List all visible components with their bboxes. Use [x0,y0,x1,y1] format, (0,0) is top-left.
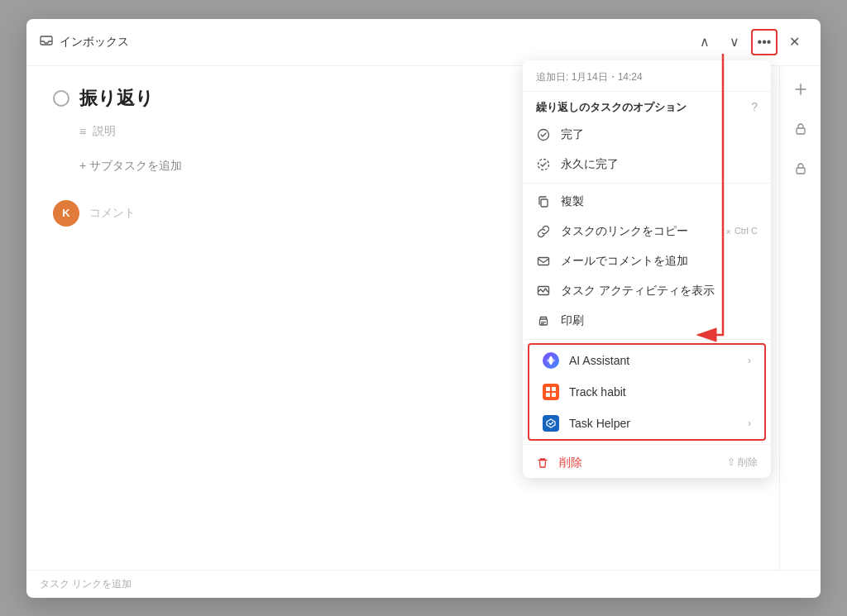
ai-assistant-icon [543,352,559,369]
task-helper-chevron-icon: › [748,418,751,429]
menu-item-ai-assistant[interactable]: AI Assistant › [529,345,764,376]
delete-left: 削除 [536,456,582,470]
modal-header: インボックス ∧ ∨ ••• ✕ [26,19,821,66]
task-title: 振り返り [79,86,154,111]
activity-icon [536,284,551,298]
menu-item-delete[interactable]: 削除 ⇧ 削除 [523,448,771,478]
track-habit-label: Track habit [569,385,751,399]
modal-header-left: インボックス [40,34,129,50]
ai-assistant-label: AI Assistant [569,354,738,367]
copy-link-shortcut: ⌅ Ctrl C [725,226,758,236]
avatar: K [53,200,79,227]
divider-3 [523,444,771,445]
print-icon [536,313,551,328]
svg-rect-9 [541,322,546,322]
down-button[interactable]: ∨ [721,29,748,55]
ai-chevron-icon: › [748,355,751,366]
svg-rect-10 [541,323,544,324]
menu-item-complete[interactable]: 完了 [523,120,771,150]
complete-label: 完了 [561,127,758,142]
svg-rect-1 [797,128,805,134]
svg-point-4 [538,159,549,170]
check-circle-dashed-icon [536,157,551,172]
svg-rect-14 [552,393,556,397]
help-icon[interactable]: ? [751,100,758,113]
copy-icon [536,194,551,209]
copy-link-label: タスクのリンクをコピー [561,224,715,239]
svg-rect-5 [541,199,548,207]
delete-shortcut: ⇧ 削除 [727,456,758,470]
highlighted-section: AI Assistant › Track habit [528,343,766,441]
complete-forever-label: 永久に完了 [561,157,758,172]
modal-footer: タスク リンクを追加 [26,570,821,598]
more-button[interactable]: ••• [751,29,778,55]
context-menu: 追加日: 1月14日・14:24 繰り返しのタスクのオプション ? 完了 [523,60,771,478]
link-icon [536,224,551,239]
modal-overlay: インボックス ∧ ∨ ••• ✕ 振り返り ≡ 説明 [0,0,847,616]
delete-label: 削除 [559,456,582,470]
description-icon: ≡ [79,125,86,138]
divider-1 [523,183,771,184]
description-text[interactable]: 説明 [93,124,116,139]
duplicate-label: 複製 [561,194,758,209]
up-button[interactable]: ∧ [691,29,718,55]
menu-item-track-habit[interactable]: Track habit [529,376,764,408]
menu-item-complete-forever[interactable]: 永久に完了 [523,150,771,179]
task-helper-label: Task Helper [569,417,738,430]
svg-rect-13 [546,393,550,397]
modal-title: インボックス [60,35,129,50]
menu-item-email-comment[interactable]: メールでコメントを追加 [523,246,771,276]
menu-item-show-activity[interactable]: タスク アクティビティを表示 [523,276,771,306]
menu-item-duplicate[interactable]: 複製 [523,187,771,217]
email-comment-label: メールでコメントを追加 [561,254,758,269]
show-activity-label: タスク アクティビティを表示 [561,284,758,298]
sidebar-lock-button[interactable] [787,116,814,142]
add-subtask-label: + サブタスクを追加 [79,159,182,174]
check-circle-icon [536,127,551,142]
mail-icon [536,254,551,269]
dropdown-date: 追加日: 1月14日・14:24 [523,60,771,92]
close-button[interactable]: ✕ [781,29,807,55]
svg-rect-2 [797,168,805,174]
inbox-icon [40,34,53,50]
svg-rect-11 [546,387,550,391]
dropdown-section-title: 繰り返しのタスクのオプション ? [523,92,771,120]
sidebar-add-button[interactable] [787,76,814,103]
modal: インボックス ∧ ∨ ••• ✕ 振り返り ≡ 説明 [26,19,821,598]
divider-2 [523,339,771,340]
task-helper-icon [543,415,559,432]
print-label: 印刷 [561,313,758,328]
menu-item-print[interactable]: 印刷 [523,306,771,336]
sidebar-right [779,66,821,570]
sidebar-lock2-button[interactable] [787,155,814,182]
svg-rect-12 [552,387,556,391]
comment-input[interactable]: コメント [89,206,136,221]
menu-item-task-helper[interactable]: Task Helper › [529,408,764,439]
track-habit-icon [543,384,559,400]
svg-rect-6 [538,257,549,265]
svg-point-3 [538,129,549,140]
menu-item-copy-link[interactable]: タスクのリンクをコピー ⌅ Ctrl C [523,217,771,246]
footer-text: タスク リンクを追加 [40,577,132,591]
task-complete-circle[interactable] [53,90,69,107]
modal-header-controls: ∧ ∨ ••• ✕ [691,29,807,55]
